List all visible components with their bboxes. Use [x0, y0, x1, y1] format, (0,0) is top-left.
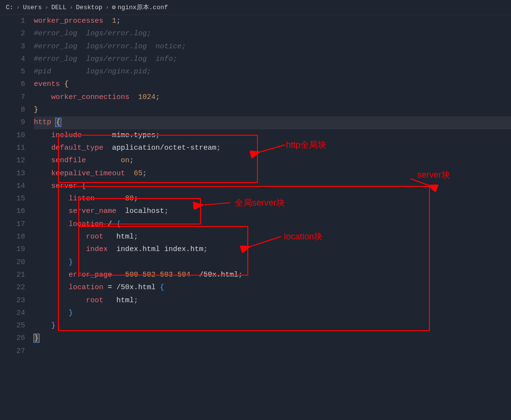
- line-number: 1: [0, 15, 25, 28]
- code-line[interactable]: }: [34, 307, 511, 320]
- line-number: 24: [0, 307, 25, 320]
- line-number: 17: [0, 218, 25, 231]
- code-editor[interactable]: 1 2 3 4 5 6 7 8 9 10 11 12 13 14 15 16 1…: [0, 15, 511, 358]
- gear-icon: ⚙: [112, 3, 116, 11]
- line-number: 11: [0, 142, 25, 154]
- code-line[interactable]: #error_log logs/error.log;: [34, 28, 511, 40]
- chevron-right-icon: ›: [44, 4, 48, 11]
- chevron-right-icon: ›: [69, 4, 73, 11]
- cursor: {: [56, 118, 61, 126]
- code-line[interactable]: default_type application/octet-stream;: [34, 142, 511, 154]
- line-number: 5: [0, 66, 25, 78]
- code-line[interactable]: location = /50x.html {: [34, 281, 511, 294]
- code-line[interactable]: server_name localhost;: [34, 205, 511, 218]
- code-line[interactable]: [34, 345, 511, 358]
- code-line[interactable]: }: [34, 332, 511, 345]
- breadcrumb-part[interactable]: C:: [6, 4, 14, 11]
- breadcrumb-part[interactable]: DELL: [51, 4, 66, 11]
- breadcrumb-part[interactable]: Users: [23, 4, 42, 11]
- line-number: 22: [0, 281, 25, 294]
- line-number: 6: [0, 78, 25, 91]
- code-line[interactable]: }: [34, 256, 511, 269]
- code-line[interactable]: worker_processes 1;: [34, 15, 511, 28]
- line-number: 12: [0, 154, 25, 167]
- line-number: 15: [0, 193, 25, 205]
- line-number: 26: [0, 332, 25, 345]
- code-line[interactable]: worker_connections 1024;: [34, 91, 511, 104]
- code-line[interactable]: index index.html index.htm;: [34, 243, 511, 256]
- line-number: 27: [0, 345, 25, 358]
- code-line[interactable]: events {: [34, 78, 511, 91]
- line-number: 23: [0, 294, 25, 307]
- line-number: 21: [0, 269, 25, 281]
- code-line[interactable]: keepalive_timeout 65;: [34, 168, 511, 180]
- line-number: 25: [0, 320, 25, 332]
- line-number: 19: [0, 243, 25, 256]
- line-number: 16: [0, 205, 25, 218]
- line-number: 8: [0, 104, 25, 116]
- code-line[interactable]: root html;: [34, 294, 511, 307]
- code-line-current[interactable]: http {: [34, 116, 511, 129]
- code-content[interactable]: worker_processes 1; #error_log logs/erro…: [34, 15, 511, 358]
- code-line[interactable]: location / {: [34, 218, 511, 231]
- chevron-right-icon: ›: [105, 4, 109, 11]
- chevron-right-icon: ›: [16, 4, 20, 11]
- line-number: 9: [0, 116, 25, 129]
- code-line[interactable]: root html;: [34, 231, 511, 243]
- line-number: 7: [0, 91, 25, 104]
- line-number: 3: [0, 41, 25, 53]
- code-line[interactable]: include mime.types;: [34, 129, 511, 142]
- line-number: 2: [0, 28, 25, 40]
- breadcrumb[interactable]: C: › Users › DELL › Desktop › ⚙ nginx原本.…: [0, 0, 511, 15]
- code-line[interactable]: }: [34, 104, 511, 116]
- line-number: 18: [0, 231, 25, 243]
- breadcrumb-part[interactable]: Desktop: [76, 4, 102, 11]
- line-number: 10: [0, 129, 25, 142]
- code-line[interactable]: #error_log logs/error.log info;: [34, 53, 511, 66]
- code-line[interactable]: listen 80;: [34, 193, 511, 205]
- breadcrumb-file[interactable]: nginx原本.conf: [118, 3, 168, 12]
- line-number: 13: [0, 168, 25, 180]
- line-number: 14: [0, 180, 25, 193]
- line-number-gutter: 1 2 3 4 5 6 7 8 9 10 11 12 13 14 15 16 1…: [0, 15, 34, 358]
- code-line[interactable]: server {: [34, 180, 511, 193]
- code-line[interactable]: #error_log logs/error.log notice;: [34, 41, 511, 53]
- code-line[interactable]: sendfile on;: [34, 154, 511, 167]
- code-line[interactable]: error_page 500 502 503 504 /50x.html;: [34, 269, 511, 281]
- line-number: 4: [0, 53, 25, 66]
- line-number: 20: [0, 256, 25, 269]
- code-line[interactable]: }: [34, 320, 511, 332]
- code-line[interactable]: #pid logs/nginx.pid;: [34, 66, 511, 78]
